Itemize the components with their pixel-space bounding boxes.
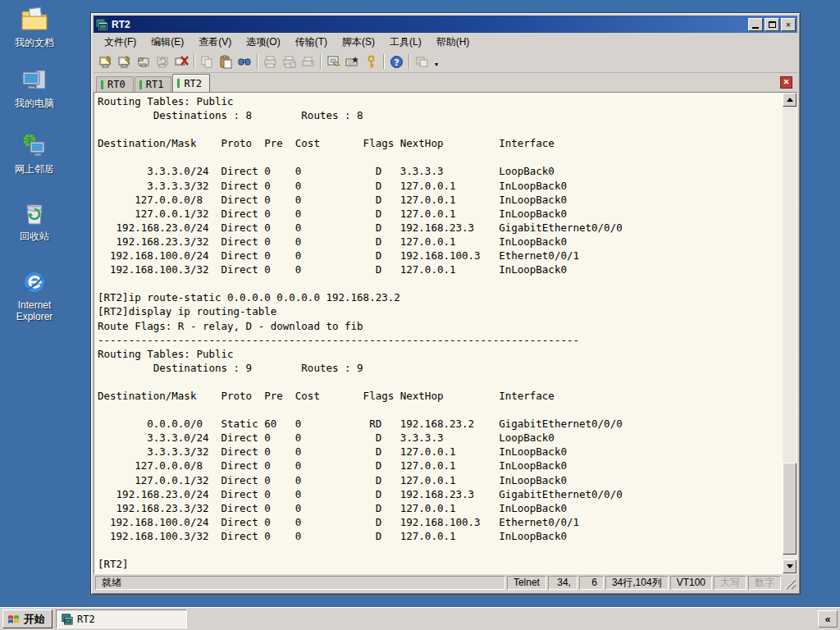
tab-status-indicator — [139, 80, 142, 89]
window-titlebar[interactable]: RT2 ✕ — [94, 16, 797, 33]
minimize-button[interactable] — [748, 18, 763, 31]
my-computer-icon — [20, 66, 49, 95]
desktop-icon-network-places[interactable]: 网上邻居 — [3, 131, 66, 175]
tab-label: RT0 — [107, 79, 126, 90]
network-places-icon — [20, 131, 49, 161]
menu-view[interactable]: 查看(V) — [191, 34, 239, 51]
menu-script[interactable]: 脚本(S) — [335, 34, 382, 51]
arrow-down-icon — [787, 564, 793, 568]
toolbar-separator — [257, 54, 258, 69]
menu-options[interactable]: 选项(O) — [239, 34, 287, 51]
desktop-icon-label: 我的文档 — [3, 37, 66, 48]
desktop-icon-my-computer[interactable]: 我的电脑 — [3, 66, 66, 109]
desktop-icon-my-documents[interactable]: 我的文档 — [3, 5, 66, 48]
menu-help[interactable]: 帮助(H) — [429, 34, 477, 51]
desktop-icon-recycle-bin[interactable]: 回收站 — [3, 199, 66, 242]
print-selection-icon[interactable] — [280, 52, 299, 71]
toolbar-separator — [194, 54, 195, 69]
status-ready: 就绪 — [95, 576, 505, 590]
resize-grip[interactable] — [784, 578, 796, 589]
toolbar-separator — [383, 54, 385, 69]
start-label: 开始 — [24, 612, 45, 627]
paste-icon[interactable] — [217, 52, 235, 71]
status-bar: 就绪 Telnet 34, 6 34行,104列 VT100 大写 数字 — [94, 574, 797, 591]
tab-label: RT1 — [146, 79, 164, 90]
task-app-icon — [62, 614, 73, 625]
svg-text:?: ? — [394, 57, 399, 67]
tab-close-button[interactable]: ✕ — [780, 76, 792, 89]
tab-status-indicator — [177, 79, 180, 88]
find-icon[interactable] — [235, 52, 254, 71]
desktop-icon-internet-explorer[interactable]: Internet Explorer — [3, 267, 66, 322]
keymap-icon[interactable] — [343, 52, 362, 71]
key-icon[interactable] — [362, 52, 381, 71]
status-caps-indicator: 大写 — [714, 576, 746, 590]
menu-bar: 文件(F) 编辑(E) 查看(V) 选项(O) 传输(T) 脚本(S) 工具(L… — [94, 33, 797, 51]
help-icon[interactable]: ? — [387, 52, 406, 71]
printer-setup-icon[interactable] — [299, 52, 317, 71]
tray-collapse-button[interactable]: « — [818, 610, 838, 628]
tab-rt2[interactable]: RT2 — [172, 74, 210, 92]
vertical-scrollbar[interactable] — [783, 93, 797, 573]
desktop-icon-label: 网上邻居 — [3, 163, 66, 175]
toolbar: ? ▾ — [94, 51, 797, 73]
taskbar: 开始 RT2 « — [0, 607, 840, 630]
tab-rt0[interactable]: RT0 — [96, 76, 134, 92]
session-options-icon[interactable] — [324, 52, 343, 71]
task-label: RT2 — [77, 614, 95, 625]
menu-transfer[interactable]: 传输(T) — [288, 34, 335, 51]
scrollbar-thumb[interactable] — [783, 463, 797, 554]
start-button[interactable]: 开始 — [2, 609, 52, 628]
terminal-area: Routing Tables: Public Destinations : 8 … — [94, 92, 797, 574]
status-cursor-row: 34, — [548, 576, 578, 590]
quick-connect-icon[interactable] — [97, 52, 116, 71]
internet-explorer-icon — [20, 267, 49, 297]
print-icon[interactable] — [261, 52, 280, 71]
terminal-output[interactable]: Routing Tables: Public Destinations : 8 … — [94, 93, 783, 573]
app-icon — [95, 18, 108, 31]
session-tab-bar: RT0 RT1 RT2 ✕ — [94, 73, 797, 92]
status-screen-size: 34行,104列 — [605, 576, 669, 590]
scroll-down-button[interactable] — [783, 559, 797, 573]
recycle-bin-icon — [20, 199, 49, 228]
desktop-icon-label: 我的电脑 — [3, 98, 66, 109]
connect-icon[interactable] — [116, 52, 135, 71]
menu-tools[interactable]: 工具(L) — [382, 34, 429, 51]
disconnect-icon[interactable] — [172, 52, 191, 71]
tab-status-indicator — [101, 80, 103, 89]
status-protocol: Telnet — [507, 576, 546, 590]
desktop-icon-label: Internet Explorer — [3, 299, 66, 322]
my-documents-icon — [20, 5, 49, 34]
connect-in-tab-icon[interactable] — [135, 52, 153, 71]
taskbar-task-rt2[interactable]: RT2 — [56, 609, 187, 628]
tab-rt1[interactable]: RT1 — [135, 76, 172, 92]
copy-icon[interactable] — [198, 52, 217, 71]
menu-file[interactable]: 文件(F) — [97, 34, 144, 51]
reconnect-icon[interactable] — [153, 52, 172, 71]
window-title: RT2 — [112, 19, 746, 30]
desktop: 我的文档 我的电脑 网上邻居 回收站 — [0, 0, 840, 630]
windows-logo-icon — [7, 613, 21, 626]
status-emulation: VT100 — [670, 576, 712, 590]
status-num-indicator: 数字 — [748, 576, 781, 590]
maximize-button[interactable] — [765, 18, 779, 31]
tab-label: RT2 — [184, 78, 202, 89]
menu-edit[interactable]: 编辑(E) — [144, 34, 191, 51]
arrow-up-icon — [787, 98, 793, 102]
desktop-icon-label: 回收站 — [3, 231, 66, 242]
close-button[interactable]: ✕ — [781, 18, 796, 31]
toolbar-overflow-button[interactable]: ▾ — [431, 52, 441, 71]
scroll-up-button[interactable] — [783, 93, 797, 107]
toolbar-separator — [320, 54, 322, 69]
status-cursor-col: 6 — [579, 576, 604, 590]
app-window-icon[interactable] — [413, 52, 431, 71]
toolbar-separator — [409, 54, 410, 69]
securecrt-window: RT2 ✕ 文件(F) 编辑(E) 查看(V) 选项(O) 传输(T) 脚本(S… — [90, 12, 801, 595]
